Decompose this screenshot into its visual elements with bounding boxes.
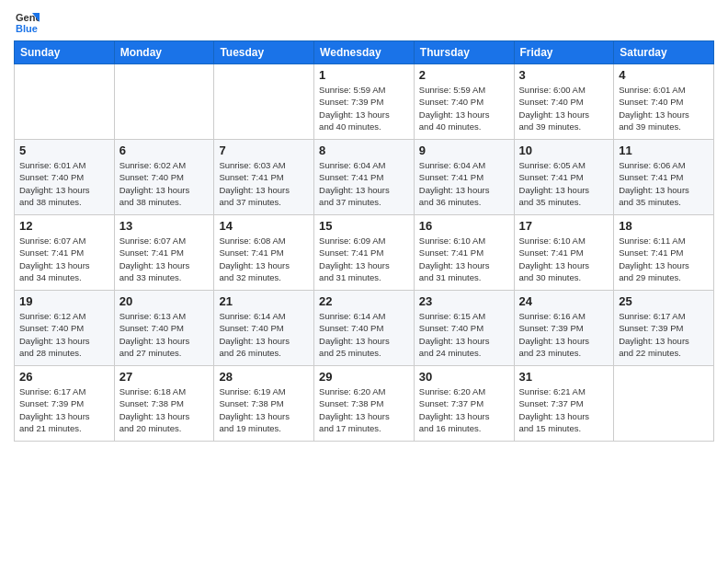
day-number: 15 — [319, 219, 409, 233]
day-number: 13 — [119, 219, 210, 233]
day-info: Sunrise: 6:07 AM Sunset: 7:41 PM Dayligh… — [119, 235, 210, 283]
calendar-cell: 27Sunrise: 6:18 AM Sunset: 7:38 PM Dayli… — [114, 366, 214, 442]
day-number: 8 — [319, 144, 409, 157]
day-number: 10 — [519, 144, 609, 157]
day-number: 3 — [519, 68, 609, 82]
day-number: 21 — [219, 294, 309, 308]
day-number: 12 — [19, 219, 109, 233]
calendar-cell: 4Sunrise: 6:01 AM Sunset: 7:40 PM Daylig… — [614, 64, 714, 140]
calendar-cell — [15, 64, 115, 140]
day-info: Sunrise: 6:01 AM Sunset: 7:40 PM Dayligh… — [19, 159, 109, 208]
day-info: Sunrise: 6:14 AM Sunset: 7:40 PM Dayligh… — [219, 310, 309, 359]
calendar-cell: 28Sunrise: 6:19 AM Sunset: 7:38 PM Dayli… — [214, 366, 314, 442]
calendar-cell: 7Sunrise: 6:03 AM Sunset: 7:41 PM Daylig… — [214, 140, 314, 215]
calendar-cell: 30Sunrise: 6:20 AM Sunset: 7:37 PM Dayli… — [414, 366, 514, 442]
day-info: Sunrise: 6:19 AM Sunset: 7:38 PM Dayligh… — [219, 385, 309, 434]
calendar-cell: 29Sunrise: 6:20 AM Sunset: 7:38 PM Dayli… — [314, 366, 415, 442]
day-info: Sunrise: 6:03 AM Sunset: 7:41 PM Dayligh… — [219, 159, 309, 208]
week-row-1: 1Sunrise: 5:59 AM Sunset: 7:39 PM Daylig… — [15, 64, 714, 140]
day-info: Sunrise: 6:20 AM Sunset: 7:37 PM Dayligh… — [419, 385, 509, 434]
calendar-cell: 26Sunrise: 6:17 AM Sunset: 7:39 PM Dayli… — [15, 366, 115, 442]
calendar-cell: 16Sunrise: 6:10 AM Sunset: 7:41 PM Dayli… — [414, 215, 514, 291]
day-info: Sunrise: 6:10 AM Sunset: 7:41 PM Dayligh… — [519, 235, 609, 283]
weekday-header-wednesday: Wednesday — [314, 41, 415, 64]
header: General Blue — [14, 9, 714, 35]
day-number: 16 — [419, 219, 509, 233]
day-number: 18 — [619, 219, 709, 233]
day-number: 9 — [419, 144, 509, 157]
calendar-cell: 5Sunrise: 6:01 AM Sunset: 7:40 PM Daylig… — [15, 140, 115, 215]
calendar-cell — [214, 64, 314, 140]
day-info: Sunrise: 6:20 AM Sunset: 7:38 PM Dayligh… — [319, 385, 409, 434]
day-info: Sunrise: 6:08 AM Sunset: 7:41 PM Dayligh… — [219, 235, 309, 283]
week-row-3: 12Sunrise: 6:07 AM Sunset: 7:41 PM Dayli… — [15, 215, 714, 291]
weekday-header-thursday: Thursday — [414, 41, 514, 64]
week-row-2: 5Sunrise: 6:01 AM Sunset: 7:40 PM Daylig… — [15, 140, 714, 215]
calendar-cell: 18Sunrise: 6:11 AM Sunset: 7:41 PM Dayli… — [614, 215, 714, 291]
day-number: 29 — [319, 370, 409, 384]
day-info: Sunrise: 6:07 AM Sunset: 7:41 PM Dayligh… — [19, 235, 109, 283]
calendar-cell: 20Sunrise: 6:13 AM Sunset: 7:40 PM Dayli… — [114, 291, 214, 366]
day-number: 14 — [219, 219, 309, 233]
calendar-cell: 12Sunrise: 6:07 AM Sunset: 7:41 PM Dayli… — [15, 215, 115, 291]
calendar-cell: 1Sunrise: 5:59 AM Sunset: 7:39 PM Daylig… — [314, 64, 415, 140]
calendar-cell: 3Sunrise: 6:00 AM Sunset: 7:40 PM Daylig… — [514, 64, 614, 140]
day-number: 27 — [119, 370, 210, 384]
day-number: 31 — [519, 370, 609, 384]
day-info: Sunrise: 6:17 AM Sunset: 7:39 PM Dayligh… — [619, 310, 709, 359]
weekday-header-monday: Monday — [114, 41, 214, 64]
calendar-cell: 6Sunrise: 6:02 AM Sunset: 7:40 PM Daylig… — [114, 140, 214, 215]
day-number: 24 — [519, 294, 609, 308]
day-info: Sunrise: 6:02 AM Sunset: 7:40 PM Dayligh… — [119, 159, 210, 208]
calendar-cell — [114, 64, 214, 140]
day-info: Sunrise: 6:04 AM Sunset: 7:41 PM Dayligh… — [319, 159, 409, 208]
weekday-header-tuesday: Tuesday — [214, 41, 314, 64]
calendar-cell: 14Sunrise: 6:08 AM Sunset: 7:41 PM Dayli… — [214, 215, 314, 291]
day-number: 20 — [119, 294, 210, 308]
day-number: 4 — [619, 68, 709, 82]
calendar-cell: 9Sunrise: 6:04 AM Sunset: 7:41 PM Daylig… — [414, 140, 514, 215]
day-number: 11 — [619, 144, 709, 157]
weekday-header-sunday: Sunday — [15, 41, 115, 64]
logo: General Blue — [14, 9, 41, 35]
day-number: 22 — [319, 294, 409, 308]
svg-text:Blue: Blue — [16, 23, 38, 34]
week-row-5: 26Sunrise: 6:17 AM Sunset: 7:39 PM Dayli… — [15, 366, 714, 442]
day-info: Sunrise: 5:59 AM Sunset: 7:40 PM Dayligh… — [419, 84, 509, 132]
day-info: Sunrise: 6:15 AM Sunset: 7:40 PM Dayligh… — [419, 310, 509, 359]
calendar-cell: 10Sunrise: 6:05 AM Sunset: 7:41 PM Dayli… — [514, 140, 614, 215]
day-number: 17 — [519, 219, 609, 233]
calendar-cell — [614, 366, 714, 442]
calendar-cell: 21Sunrise: 6:14 AM Sunset: 7:40 PM Dayli… — [214, 291, 314, 366]
day-info: Sunrise: 6:09 AM Sunset: 7:41 PM Dayligh… — [319, 235, 409, 283]
day-number: 26 — [19, 370, 109, 384]
day-info: Sunrise: 6:06 AM Sunset: 7:41 PM Dayligh… — [619, 159, 709, 208]
day-info: Sunrise: 5:59 AM Sunset: 7:39 PM Dayligh… — [319, 84, 409, 132]
calendar-cell: 31Sunrise: 6:21 AM Sunset: 7:37 PM Dayli… — [514, 366, 614, 442]
day-number: 5 — [19, 144, 109, 157]
day-info: Sunrise: 6:21 AM Sunset: 7:37 PM Dayligh… — [519, 385, 609, 434]
day-number: 6 — [119, 144, 210, 157]
weekday-header-row: SundayMondayTuesdayWednesdayThursdayFrid… — [15, 41, 714, 64]
calendar-cell: 22Sunrise: 6:14 AM Sunset: 7:40 PM Dayli… — [314, 291, 415, 366]
calendar-cell: 23Sunrise: 6:15 AM Sunset: 7:40 PM Dayli… — [414, 291, 514, 366]
day-info: Sunrise: 6:01 AM Sunset: 7:40 PM Dayligh… — [619, 84, 709, 132]
day-info: Sunrise: 6:10 AM Sunset: 7:41 PM Dayligh… — [419, 235, 509, 283]
day-number: 28 — [219, 370, 309, 384]
calendar-cell: 19Sunrise: 6:12 AM Sunset: 7:40 PM Dayli… — [15, 291, 115, 366]
day-info: Sunrise: 6:04 AM Sunset: 7:41 PM Dayligh… — [419, 159, 509, 208]
day-number: 30 — [419, 370, 509, 384]
day-info: Sunrise: 6:00 AM Sunset: 7:40 PM Dayligh… — [519, 84, 609, 132]
weekday-header-saturday: Saturday — [614, 41, 714, 64]
day-info: Sunrise: 6:12 AM Sunset: 7:40 PM Dayligh… — [19, 310, 109, 359]
calendar-cell: 24Sunrise: 6:16 AM Sunset: 7:39 PM Dayli… — [514, 291, 614, 366]
weekday-header-friday: Friday — [514, 41, 614, 64]
week-row-4: 19Sunrise: 6:12 AM Sunset: 7:40 PM Dayli… — [15, 291, 714, 366]
day-number: 7 — [219, 144, 309, 157]
day-info: Sunrise: 6:16 AM Sunset: 7:39 PM Dayligh… — [519, 310, 609, 359]
calendar-cell: 15Sunrise: 6:09 AM Sunset: 7:41 PM Dayli… — [314, 215, 415, 291]
logo-icon: General Blue — [14, 9, 40, 35]
day-number: 1 — [319, 68, 409, 82]
day-info: Sunrise: 6:18 AM Sunset: 7:38 PM Dayligh… — [119, 385, 210, 434]
day-number: 19 — [19, 294, 109, 308]
